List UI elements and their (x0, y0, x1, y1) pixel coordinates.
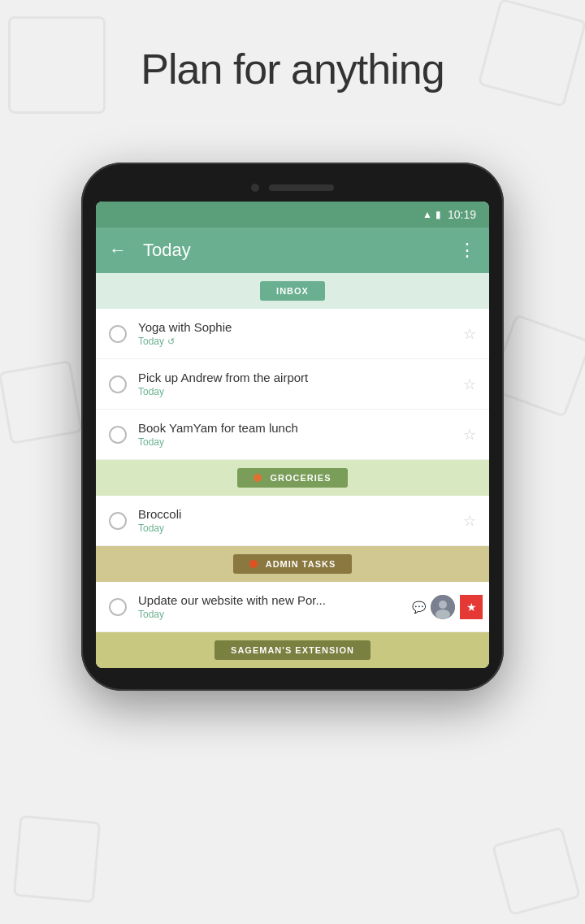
status-bar: ▲ ▮ 10:19 (96, 202, 489, 228)
puzzle-piece-mid-left (0, 360, 83, 445)
flag-icon-website: ★ (460, 595, 483, 619)
app-header: ← Today ⋮ (96, 228, 489, 273)
sageman-section-header: SAGEMAN'S EXTENSION (96, 632, 489, 668)
phone-camera (251, 184, 259, 192)
task-item-broccoli: Broccoli Today ☆ (96, 496, 489, 546)
puzzle-piece-bottom-left (13, 815, 101, 903)
svg-point-1 (439, 601, 447, 609)
groceries-section-header: GROCERIES (96, 460, 489, 496)
task-content-yoga: Yoga with Sophie Today ↺ (138, 320, 457, 347)
task-title-andrew: Pick up Andrew from the airport (138, 371, 457, 384)
task-title-yamyam: Book YamYam for team lunch (138, 421, 457, 435)
svg-point-2 (436, 609, 450, 619)
phone-top-bar (96, 177, 489, 202)
recurring-icon-yoga: ↺ (167, 336, 175, 347)
groceries-label: GROCERIES (270, 473, 331, 483)
header-menu-button[interactable]: ⋮ (458, 240, 476, 261)
task-content-website: Update our website with new Por... Today (138, 593, 405, 620)
task-title-broccoli: Broccoli (138, 507, 457, 521)
task-checkbox-yamyam[interactable] (109, 426, 127, 444)
task-item-yamyam: Book YamYam for team lunch Today ☆ (96, 410, 489, 460)
phone-body: ▲ ▮ 10:19 ← Today ⋮ INBOX (81, 163, 504, 691)
task-content-andrew: Pick up Andrew from the airport Today (138, 371, 457, 397)
task-title-website: Update our website with new Por... (138, 593, 405, 607)
admin-icon (249, 560, 258, 568)
status-time: 10:19 (448, 208, 476, 221)
andrew-date-text: Today (138, 386, 164, 397)
task-checkbox-yoga[interactable] (109, 325, 127, 343)
phone-screen: ▲ ▮ 10:19 ← Today ⋮ INBOX (96, 202, 489, 668)
yamyam-date-text: Today (138, 436, 164, 448)
page-headline: Plan for anything (0, 45, 585, 93)
task-extras-website: 💬 ★ (412, 595, 483, 619)
task-item-yoga: Yoga with Sophie Today ↺ ☆ (96, 309, 489, 359)
task-item-andrew: Pick up Andrew from the airport Today ☆ (96, 359, 489, 410)
star-icon-yoga[interactable]: ☆ (463, 325, 476, 343)
phone-speaker (269, 184, 334, 191)
star-icon-broccoli[interactable]: ☆ (463, 512, 476, 530)
status-icons: ▲ ▮ (422, 209, 441, 220)
website-date-text: Today (138, 609, 164, 620)
task-checkbox-website[interactable] (109, 598, 127, 616)
yoga-date-text: Today (138, 336, 164, 347)
phone-mockup: ▲ ▮ 10:19 ← Today ⋮ INBOX (81, 163, 504, 691)
admin-section-button[interactable]: ADMIN TASKS (233, 554, 353, 574)
admin-task-list: Update our website with new Por... Today… (96, 582, 489, 632)
comment-icon-website: 💬 (412, 601, 426, 614)
groceries-section-button[interactable]: GROCERIES (237, 468, 347, 488)
header-title: Today (143, 240, 458, 261)
admin-label: ADMIN TASKS (266, 559, 336, 569)
task-date-broccoli: Today (138, 523, 457, 534)
groceries-task-list: Broccoli Today ☆ (96, 496, 489, 546)
task-title-yoga: Yoga with Sophie (138, 320, 457, 334)
star-icon-andrew[interactable]: ☆ (463, 375, 476, 393)
task-content-yamyam: Book YamYam for team lunch Today (138, 421, 457, 448)
puzzle-piece-bottom-right (492, 826, 581, 916)
task-content-broccoli: Broccoli Today (138, 507, 457, 534)
admin-section-header: ADMIN TASKS (96, 546, 489, 582)
inbox-section-button[interactable]: INBOX (260, 281, 325, 301)
task-date-andrew: Today (138, 386, 457, 397)
task-date-yamyam: Today (138, 436, 457, 448)
sageman-label: SAGEMAN'S EXTENSION (231, 645, 354, 655)
wifi-icon: ▲ (422, 209, 432, 220)
groceries-icon (254, 474, 262, 482)
broccoli-date-text: Today (138, 523, 164, 534)
task-item-website: Update our website with new Por... Today… (96, 582, 489, 632)
avatar-website (431, 595, 455, 619)
battery-icon: ▮ (436, 209, 441, 220)
task-checkbox-broccoli[interactable] (109, 512, 127, 530)
inbox-section-header: INBOX (96, 273, 489, 309)
star-icon-yamyam[interactable]: ☆ (463, 426, 476, 444)
task-date-website: Today (138, 609, 405, 620)
sageman-section-button[interactable]: SAGEMAN'S EXTENSION (214, 640, 370, 660)
inbox-label: INBOX (276, 286, 309, 296)
task-checkbox-andrew[interactable] (109, 375, 127, 393)
inbox-task-list: Yoga with Sophie Today ↺ ☆ Pick up Andre… (96, 309, 489, 460)
task-date-yoga: Today ↺ (138, 336, 457, 347)
phone-bottom (96, 668, 489, 676)
back-button[interactable]: ← (109, 240, 127, 261)
